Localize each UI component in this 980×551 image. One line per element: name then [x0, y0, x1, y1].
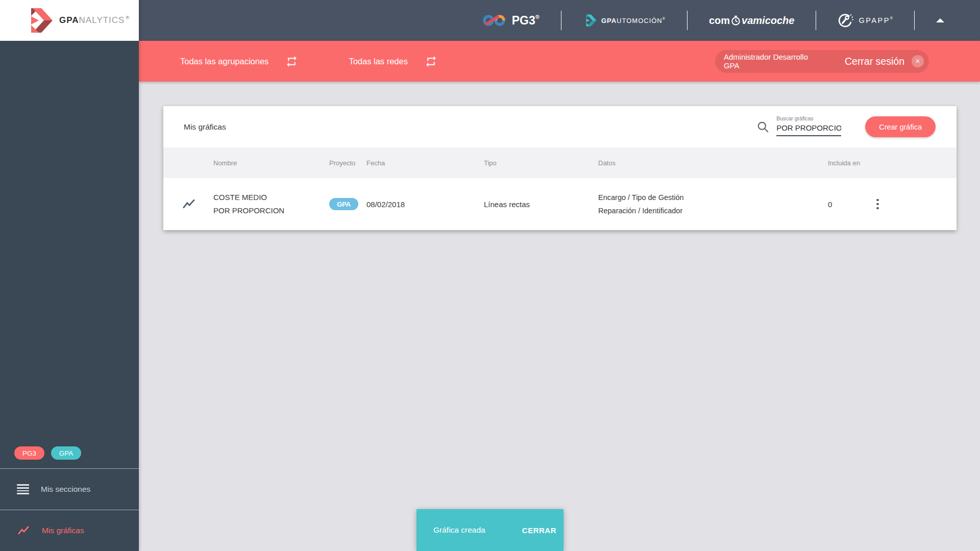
gpautomocion-arrow-icon	[583, 14, 597, 27]
logout-button[interactable]: Cerrar sesión	[845, 56, 904, 67]
line-chart-icon	[17, 524, 30, 537]
sidebar-item-label: Mis gráficas	[42, 526, 84, 535]
logout-x-icon[interactable]: ✕	[912, 55, 924, 67]
header-project: Proyecto	[329, 159, 366, 167]
topbar-divider	[816, 11, 816, 30]
page-title: Mis gráficas	[184, 122, 226, 132]
gpapp-wrench-icon	[838, 12, 853, 29]
search-zone: Buscar gráficas POR PROPORCION Crear grá…	[756, 115, 936, 139]
row-menu-button[interactable]	[876, 199, 879, 210]
user-name: Administrador Desarrollo GPA	[724, 53, 821, 70]
session-pill: Administrador Desarrollo GPA Cerrar sesi…	[715, 50, 929, 73]
clock-icon	[730, 15, 741, 26]
search-input-value: POR PROPORCION	[776, 123, 841, 132]
gpa-badge[interactable]: GPA	[51, 446, 81, 460]
comovamicoche-logo[interactable]: com vamicoche	[709, 15, 795, 27]
gpapp-logo[interactable]: GPAPP®	[838, 12, 893, 29]
snackbar-close-button[interactable]: CERRAR	[522, 526, 556, 535]
create-chart-button[interactable]: Crear gráfica	[865, 116, 936, 137]
table-header: Nombre Proyecto Fecha Tipo Datos Incluid…	[163, 147, 957, 178]
collapse-caret-icon[interactable]	[936, 18, 944, 22]
search-input[interactable]: Buscar gráficas POR PROPORCION	[776, 115, 841, 139]
card-header: Mis gráficas Buscar gráficas POR PROPORC…	[163, 106, 957, 147]
my-charts-card: Mis gráficas Buscar gráficas POR PROPORC…	[163, 106, 957, 230]
header-date: Fecha	[366, 159, 484, 167]
row-included-count: 0	[828, 200, 876, 209]
sidebar-item-label: Mis secciones	[41, 485, 90, 494]
gpautomocion-logo[interactable]: GPAUTOMOCIÓN®	[583, 14, 666, 27]
topbar-divider	[561, 11, 561, 30]
pg3-label: PG3®	[512, 14, 540, 28]
snackbar: Gráfica creada CERRAR	[416, 509, 564, 551]
pg3-badge[interactable]: PG3	[14, 446, 44, 460]
search-input-underline	[776, 135, 841, 136]
search-input-label: Buscar gráficas	[776, 115, 813, 121]
snackbar-message: Gráfica creada	[433, 525, 485, 535]
gpautomocion-label: GPAUTOMOCIÓN®	[601, 17, 666, 24]
topbar-divider	[914, 11, 915, 30]
topbar-divider	[687, 11, 688, 30]
header-type: Tipo	[484, 159, 598, 167]
sidebar-item-charts[interactable]: Mis gráficas	[0, 510, 139, 551]
groupings-selector[interactable]: Todas las agrupaciones	[180, 57, 268, 66]
header-data: Datos	[598, 159, 828, 167]
pg3-logo[interactable]: PG3®	[482, 13, 540, 28]
sidebar: GPANALYTICS® PG3 GPA Mis secciones Mis g…	[0, 0, 139, 551]
sidebar-item-sections[interactable]: Mis secciones	[0, 469, 139, 510]
project-badge: GPA	[329, 198, 358, 210]
row-name: COSTE MEDIO POR PROPORCION	[213, 191, 285, 217]
networks-selector[interactable]: Todas las redes	[349, 57, 408, 66]
row-type: Líneas rectas	[484, 200, 598, 209]
row-date: 08/02/2018	[366, 200, 484, 209]
header-included: Incluida en	[828, 159, 876, 167]
app-logo[interactable]: GPANALYTICS®	[0, 0, 139, 41]
table-row[interactable]: COSTE MEDIO POR PROPORCION GPA 08/02/201…	[163, 178, 957, 230]
top-bar: PG3® GPAUTOMOCIÓN® com vamicoche	[139, 0, 980, 41]
header-name: Nombre	[213, 159, 329, 167]
gpanalytics-arrow-icon	[24, 8, 53, 33]
sidebar-spacer	[0, 41, 139, 446]
sidebar-badges: PG3 GPA	[0, 446, 139, 460]
menu-icon	[17, 484, 29, 494]
swap-networks-icon[interactable]	[425, 55, 437, 68]
pg3-infinity-icon	[482, 13, 506, 28]
search-icon[interactable]	[756, 120, 770, 134]
row-data: Encargo / Tipo de Gestión Reparación / I…	[598, 191, 828, 217]
swap-groupings-icon[interactable]	[285, 55, 298, 68]
row-chart-icon	[163, 197, 213, 211]
brand-text: GPANALYTICS®	[59, 15, 130, 26]
filter-bar: Todas las agrupaciones Todas las redes A…	[139, 41, 980, 82]
gpapp-label: GPAPP®	[859, 16, 893, 24]
